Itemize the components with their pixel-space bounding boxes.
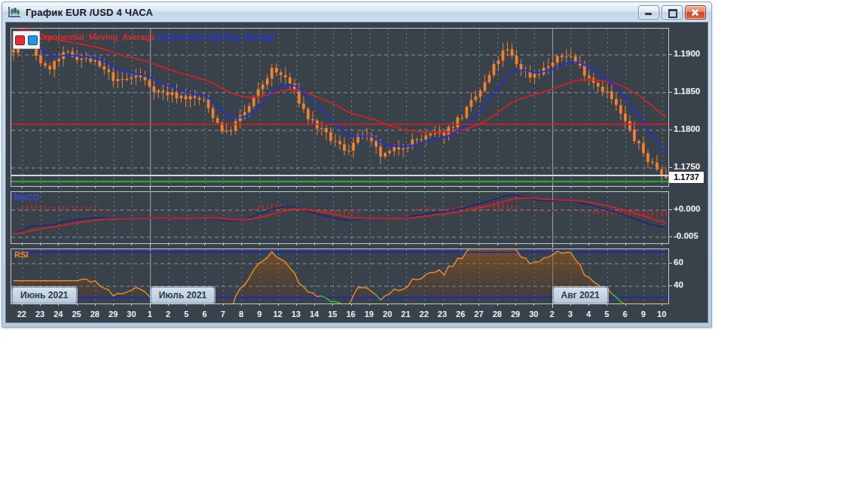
ema-color-buttons	[13, 31, 40, 49]
window-controls	[638, 5, 706, 20]
time-ruler-tick	[369, 303, 370, 306]
time-ruler-tick	[58, 303, 59, 306]
time-ruler-tick	[168, 303, 169, 306]
time-ruler-tick	[588, 186, 589, 188]
time-ruler-tick	[278, 303, 279, 306]
time-ruler-tick	[113, 186, 114, 188]
time-ruler-tick	[223, 186, 224, 188]
last-price-tag: 1.1737	[669, 172, 704, 183]
x-axis-label: 16	[343, 310, 359, 319]
x-axis-label: 23	[32, 310, 48, 319]
time-ruler-tick	[533, 186, 534, 188]
time-ruler-tick	[460, 243, 461, 246]
y-axis-tick-label: 1.1900	[674, 49, 700, 58]
time-ruler-tick	[552, 186, 553, 191]
time-ruler-tick	[40, 243, 41, 246]
price-panel[interactable]: Exponential_Moving_AverageExponential_Mo…	[11, 28, 669, 187]
month-badge-june: Июнь 2021	[12, 287, 77, 303]
x-axis-label: 22	[416, 310, 432, 319]
x-axis-label: 3	[562, 310, 579, 319]
month-badge-august: Авг 2021	[553, 287, 608, 303]
time-ruler-tick	[351, 186, 352, 188]
time-ruler-tick	[168, 186, 169, 188]
time-ruler-tick	[77, 186, 78, 188]
x-axis-label: 30	[525, 310, 542, 319]
minimize-button[interactable]	[638, 5, 659, 20]
x-axis-label: 12	[270, 310, 286, 319]
time-ruler-tick	[515, 243, 516, 246]
window-title: График EUR /USD 4 ЧАСА	[26, 7, 153, 18]
x-axis-label: 7	[215, 310, 231, 319]
time-ruler-tick	[168, 243, 169, 246]
macd-panel[interactable]: MACD	[11, 191, 669, 244]
x-axis-label: 2	[544, 310, 561, 319]
time-ruler-tick	[570, 186, 571, 188]
y-axis-tick-label: 1.1800	[674, 124, 700, 133]
macd-chart[interactable]	[11, 192, 668, 243]
candlestick-chart[interactable]	[11, 29, 668, 186]
y-axis-tick	[668, 92, 672, 93]
time-ruler-tick	[77, 243, 78, 246]
time-ruler-tick	[405, 243, 406, 246]
time-ruler-tick	[223, 303, 224, 306]
time-ruler-tick	[150, 243, 151, 248]
x-axis-label: 6	[196, 310, 212, 319]
time-ruler-tick	[314, 303, 315, 306]
time-ruler-tick	[314, 243, 315, 246]
time-ruler-tick	[442, 186, 443, 188]
desktop: График EUR /USD 4 ЧАСА Exponential_Movin…	[0, 0, 868, 488]
ema-red-button[interactable]	[15, 35, 25, 45]
restore-icon	[668, 9, 677, 18]
time-ruler-tick	[607, 303, 607, 306]
time-ruler-tick	[424, 243, 425, 246]
time-ruler-tick	[387, 186, 388, 188]
ema-red-label: Exponential_Moving_Average	[37, 32, 154, 41]
x-axis-label: 9	[635, 310, 652, 319]
time-ruler-tick	[314, 186, 315, 188]
time-ruler-tick	[186, 243, 187, 246]
x-axis-label: 22	[14, 310, 30, 319]
time-ruler-tick	[533, 303, 534, 306]
time-ruler-tick	[40, 303, 41, 306]
time-ruler-tick	[296, 243, 297, 246]
titlebar[interactable]: График EUR /USD 4 ЧАСА	[2, 2, 711, 22]
x-axis-label: 21	[397, 310, 414, 319]
rsi-label: RSI	[14, 250, 28, 259]
restore-button[interactable]	[662, 5, 683, 20]
time-ruler-tick	[241, 186, 242, 188]
x-axis-label: 8	[233, 310, 249, 319]
x-axis-label: 15	[324, 310, 341, 319]
time-ruler-tick	[533, 243, 534, 246]
time-ruler-tick	[570, 243, 571, 246]
time-ruler-tick	[625, 303, 626, 306]
time-ruler-tick	[662, 243, 662, 246]
x-axis-label: 9	[251, 310, 267, 319]
time-ruler-tick	[588, 303, 589, 306]
x-axis-label: 5	[598, 310, 615, 319]
x-axis-label: 23	[434, 310, 451, 319]
time-ruler-tick	[332, 243, 333, 246]
month-badge-july: Июль 2021	[151, 287, 215, 303]
time-ruler-tick	[113, 243, 114, 246]
y-axis-tick-label: 1.1850	[674, 87, 700, 96]
ema-blue-button[interactable]	[28, 35, 38, 45]
time-ruler-tick	[570, 303, 571, 306]
time-ruler-tick	[662, 186, 662, 188]
time-ruler-tick	[278, 243, 279, 246]
x-axis-label: 13	[288, 310, 304, 319]
time-ruler-tick	[186, 186, 187, 188]
time-ruler-tick	[387, 243, 388, 246]
time-ruler-tick	[22, 186, 23, 188]
chart-window: График EUR /USD 4 ЧАСА Exponential_Movin…	[2, 2, 712, 328]
x-axis-label: 28	[489, 310, 506, 319]
x-axis-label: 19	[361, 310, 377, 319]
close-button[interactable]	[685, 5, 706, 20]
time-ruler-tick	[150, 186, 151, 191]
time-ruler-tick	[405, 303, 406, 306]
time-ruler-tick	[460, 303, 461, 306]
time-ruler-tick	[478, 243, 479, 246]
y-axis-tick-label: -0.005	[674, 231, 698, 240]
y-axis-tick-label: 40	[674, 280, 683, 289]
time-ruler-tick	[497, 186, 498, 188]
time-ruler-tick	[643, 303, 644, 306]
